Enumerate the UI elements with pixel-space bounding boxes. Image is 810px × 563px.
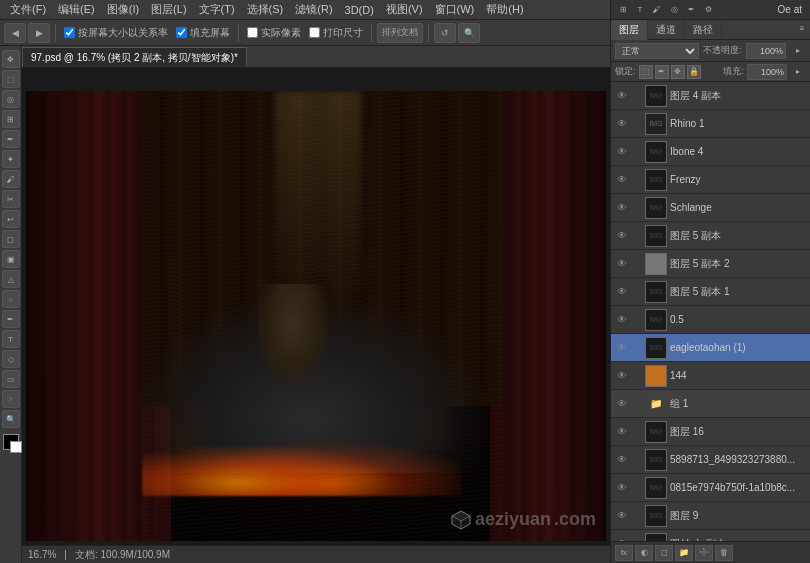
layer-item[interactable]: 👁IMG图层 4 副本 [611,82,810,110]
menu-item-view[interactable]: 视图(V) [380,2,429,17]
layer-visibility-icon[interactable]: 👁 [615,229,629,243]
layer-visibility-icon[interactable]: 👁 [615,313,629,327]
back-button[interactable]: ◀ [4,23,26,43]
layer-item[interactable]: 👁IMG图层 5 副本 1 [611,278,810,306]
layer-visibility-icon[interactable]: 👁 [615,201,629,215]
view-check-input[interactable] [64,27,75,38]
panel-icon-1[interactable]: ⊞ [615,2,631,18]
menu-item-layer[interactable]: 图层(L) [145,2,192,17]
view-checkbox-3[interactable]: 实际像素 [244,26,304,40]
menu-item-window[interactable]: 窗口(W) [429,2,481,17]
shape-tool[interactable]: ▭ [2,370,20,388]
layer-item[interactable]: 👁IMG0815e7974b750f-1a10b8c... [611,474,810,502]
tab-layers[interactable]: 图层 [611,20,648,40]
opacity-input[interactable] [746,43,786,59]
menu-item-image[interactable]: 图像(I) [101,2,145,17]
fill-check-input[interactable] [176,27,187,38]
zoom-button[interactable]: 🔍 [458,23,480,43]
view-checkbox-2[interactable]: 填充屏幕 [173,26,233,40]
lock-move-btn[interactable]: ✥ [671,65,685,79]
layer-visibility-icon[interactable]: 👁 [615,509,629,523]
delete-layer-button[interactable]: 🗑 [715,545,733,561]
layer-visibility-icon[interactable]: 👁 [615,117,629,131]
eyedrop-tool[interactable]: ✒ [2,130,20,148]
blend-mode-select[interactable]: 正常 [615,43,699,59]
rotate-button[interactable]: ↺ [434,23,456,43]
layer-item[interactable]: 👁IMGRhino 1 [611,110,810,138]
dodge-tool[interactable]: ○ [2,290,20,308]
layer-item[interactable]: 👁IMG5898713_8499323273880... [611,446,810,474]
panel-menu-icon[interactable]: ≡ [794,20,810,36]
tab-channels[interactable]: 通道 [648,20,685,40]
lock-transparent-btn[interactable]: ⬚ [639,65,653,79]
layer-item[interactable]: 👁IMG图层 5 副本 [611,222,810,250]
view-checkbox-4[interactable]: 打印尺寸 [306,26,366,40]
layer-item[interactable]: 👁IMGFrenzy [611,166,810,194]
pen-tool[interactable]: ✒ [2,310,20,328]
gradient-tool[interactable]: ▣ [2,250,20,268]
layer-visibility-icon[interactable]: 👁 [615,537,629,542]
panel-icon-6[interactable]: ⚙ [700,2,716,18]
stamp-tool[interactable]: ✂ [2,190,20,208]
crop-tool[interactable]: ⊞ [2,110,20,128]
lock-paint-btn[interactable]: ✒ [655,65,669,79]
arrange-button[interactable]: 排列文档 [377,23,423,43]
menu-item-text[interactable]: 文字(T) [193,2,241,17]
layer-visibility-icon[interactable]: 👁 [615,257,629,271]
layer-item[interactable]: 👁IMGeagleotaohan (1) [611,334,810,362]
menu-item-file[interactable]: 文件(F) [4,2,52,17]
layer-visibility-icon[interactable]: 👁 [615,173,629,187]
document-tab[interactable]: 97.psd @ 16.7% (拷贝 2 副本, 拷贝/智能对象)* [22,47,247,67]
layer-item[interactable]: 👁144 [611,362,810,390]
layer-item[interactable]: 👁IMG图层 9 [611,502,810,530]
layer-visibility-icon[interactable]: 👁 [615,341,629,355]
layer-visibility-icon[interactable]: 👁 [615,453,629,467]
zoom-tool[interactable]: 🔍 [2,410,20,428]
layer-item[interactable]: 👁图层 5 副本 2 [611,250,810,278]
layer-item[interactable]: 👁IMG0.5 [611,306,810,334]
forward-button[interactable]: ▶ [28,23,50,43]
adjustment-button[interactable]: ◐ [635,545,653,561]
hand-tool[interactable]: ☞ [2,390,20,408]
panel-icon-5[interactable]: ✒ [683,2,699,18]
lock-all-btn[interactable]: 🔒 [687,65,701,79]
layer-item[interactable]: 👁IMG图材 之 副本 [611,530,810,541]
layer-visibility-icon[interactable]: 👁 [615,285,629,299]
panel-icon-4[interactable]: ◎ [666,2,682,18]
view-checkbox-1[interactable]: 按屏幕大小以关系率 [61,26,171,40]
heal-tool[interactable]: ✦ [2,150,20,168]
text-tool[interactable]: T [2,330,20,348]
mask-button[interactable]: ◻ [655,545,673,561]
blur-tool[interactable]: △ [2,270,20,288]
path-tool[interactable]: ◇ [2,350,20,368]
fill-input[interactable] [747,64,787,80]
layer-item[interactable]: 👁IMGIbone 4 [611,138,810,166]
select-tool[interactable]: ⬚ [2,70,20,88]
background-color[interactable] [10,441,22,453]
layer-visibility-icon[interactable]: 👁 [615,145,629,159]
fill-arrow[interactable]: ▸ [790,64,806,80]
lasso-tool[interactable]: ◎ [2,90,20,108]
layer-item[interactable]: 👁IMGSchlange [611,194,810,222]
actual-check-input[interactable] [247,27,258,38]
layer-visibility-icon[interactable]: 👁 [615,481,629,495]
layers-list[interactable]: 👁IMG图层 4 副本👁IMGRhino 1👁IMGIbone 4👁IMGFre… [611,82,810,541]
menu-item-edit[interactable]: 编辑(E) [52,2,101,17]
group-button[interactable]: 📁 [675,545,693,561]
opacity-arrow[interactable]: ▸ [790,43,806,59]
brush-tool[interactable]: 🖌 [2,170,20,188]
layer-item[interactable]: 👁📁组 1 [611,390,810,418]
eraser-tool[interactable]: ◻ [2,230,20,248]
menu-item-select[interactable]: 选择(S) [241,2,290,17]
layer-visibility-icon[interactable]: 👁 [615,397,629,411]
fx-button[interactable]: fx [615,545,633,561]
foreground-color[interactable] [3,434,19,450]
print-check-input[interactable] [309,27,320,38]
move-tool[interactable]: ✥ [2,50,20,68]
menu-item-3d[interactable]: 3D(D) [339,4,380,16]
history-tool[interactable]: ↩ [2,210,20,228]
menu-item-filter[interactable]: 滤镜(R) [289,2,338,17]
menu-item-help[interactable]: 帮助(H) [480,2,529,17]
tab-paths[interactable]: 路径 [685,20,722,40]
layer-visibility-icon[interactable]: 👁 [615,425,629,439]
